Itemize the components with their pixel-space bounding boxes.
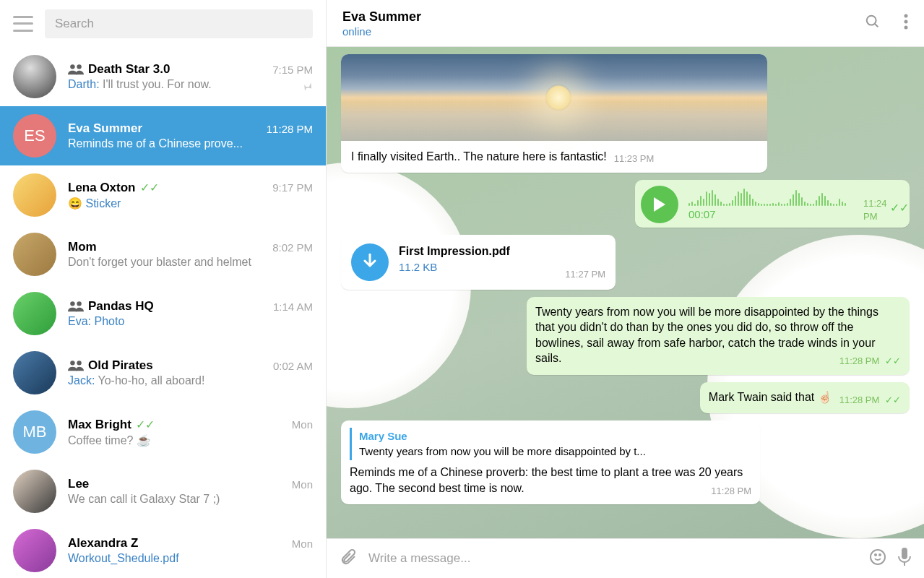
chat-preview: Coffee time? ☕ [68, 434, 313, 447]
svg-point-9 [904, 20, 908, 24]
message-photo[interactable]: I finally visited Earth.. The nature her… [341, 54, 767, 173]
chat-time: 8:02 PM [272, 241, 313, 254]
avatar: MB [13, 410, 56, 454]
chat-name: Lena Oxton [68, 181, 136, 195]
svg-point-2 [70, 301, 74, 306]
header-info[interactable]: Eva Summer online [342, 9, 865, 38]
chat-list-item[interactable]: Lena Oxton✓✓9:17 PM😄 Sticker [0, 165, 326, 225]
read-ticks-icon: ✓✓ [140, 181, 159, 194]
read-ticks-icon: ✓✓ [136, 418, 155, 431]
chat-name: Eva Summer [68, 121, 142, 136]
message-input[interactable] [368, 551, 858, 566]
waveform[interactable] [688, 186, 846, 206]
svg-line-7 [875, 24, 878, 27]
svg-point-8 [904, 14, 908, 18]
chat-name: Alexandra Z [68, 536, 138, 551]
search-icon[interactable] [865, 14, 881, 33]
message-time: 11:28 PM [711, 485, 751, 498]
download-icon[interactable] [351, 243, 389, 281]
conversation-panel: Eva Summer online I finally visited Eart… [327, 0, 924, 578]
more-options-icon[interactable] [904, 14, 908, 33]
chat-preview: Don't forget your blaster and helmet [68, 256, 313, 269]
message-time: 11:28 PM ✓✓ [839, 355, 901, 368]
menu-button[interactable] [13, 16, 33, 32]
svg-point-1 [77, 64, 81, 69]
svg-point-11 [871, 550, 885, 564]
avatar [13, 173, 56, 217]
attach-icon[interactable] [340, 548, 357, 569]
message-file[interactable]: First Impression.pdf 11.2 KB 11:27 PM [341, 235, 616, 290]
chat-preview: Eva: Photo [68, 315, 313, 328]
pin-icon [301, 80, 313, 95]
chat-list: Death Star 3.07:15 PMDarth: I'll trust y… [0, 47, 326, 578]
avatar [13, 292, 56, 335]
avatar [13, 55, 56, 98]
chat-name: Max Bright [68, 418, 131, 432]
avatar [13, 470, 56, 513]
message-text: I finally visited Earth.. The nature her… [351, 149, 607, 165]
chat-preview: Jack: Yo-ho-ho, all aboard! [68, 374, 313, 387]
chat-preview: Workout_Shedule.pdf [68, 552, 313, 565]
read-ticks-icon: ✓✓ [890, 200, 909, 216]
group-icon [68, 301, 84, 312]
chat-list-item[interactable]: LeeMonWe can call it Galaxy Star 7 ;) [0, 462, 326, 521]
chat-preview: 😄 Sticker [68, 197, 313, 210]
chat-list-item[interactable]: ESEva Summer11:28 PMReminds me of a Chin… [0, 106, 326, 165]
reply-author: Mary Sue [359, 429, 751, 444]
photo-attachment[interactable] [341, 54, 767, 141]
voice-record-icon[interactable] [898, 548, 911, 569]
sidebar-top [0, 0, 326, 47]
message-text: Twenty years from now you will be more d… [535, 306, 878, 365]
avatar: ES [13, 114, 56, 158]
chat-time: 7:15 PM [272, 64, 313, 76]
chat-name: Old Pirates [88, 358, 153, 373]
messages-area[interactable]: I finally visited Earth.. The nature her… [327, 47, 924, 538]
chat-name: Pandas HQ [88, 299, 154, 314]
message-time: 11:23 PM [614, 152, 655, 165]
chat-name: Death Star 3.0 [88, 62, 170, 77]
chat-list-item[interactable]: Mom8:02 PMDon't forget your blaster and … [0, 225, 326, 284]
group-icon [68, 360, 84, 371]
search-input[interactable] [45, 9, 313, 38]
reply-snippet: Twenty years from now you will be more d… [359, 444, 751, 459]
chat-name: Mom [68, 240, 97, 254]
chat-preview: Reminds me of a Chinese prove... [68, 137, 313, 150]
chat-time: 1:14 AM [273, 301, 313, 313]
chat-list-item[interactable]: MBMax Bright✓✓MonCoffee time? ☕ [0, 402, 326, 462]
svg-point-10 [904, 26, 908, 30]
chat-list-item[interactable]: Alexandra ZMonWorkout_Shedule.pdf [0, 521, 326, 578]
message-time: 11:28 PM ✓✓ [839, 394, 901, 407]
message-voice[interactable]: 00:07 11:24 PM ✓✓ [635, 180, 910, 228]
group-icon [68, 64, 84, 75]
compose-bar [327, 538, 924, 578]
file-size: 11.2 KB [399, 260, 548, 275]
chat-list-item[interactable]: Death Star 3.07:15 PMDarth: I'll trust y… [0, 47, 326, 106]
message-text-out[interactable]: Mark Twain said that ☝🏻 11:28 PM ✓✓ [700, 382, 910, 414]
emoji-icon[interactable] [869, 548, 886, 569]
avatar [13, 233, 56, 276]
chat-list-item[interactable]: Old Pirates0:02 AMJack: Yo-ho-ho, all ab… [0, 343, 326, 402]
read-ticks-icon: ✓✓ [882, 394, 901, 405]
read-ticks-icon: ✓✓ [882, 355, 901, 366]
message-reply[interactable]: Mary Sue Twenty years from now you will … [341, 420, 760, 504]
svg-point-0 [70, 64, 74, 69]
svg-point-12 [875, 554, 876, 556]
svg-point-13 [879, 554, 881, 556]
chat-list-item[interactable]: Pandas HQ1:14 AMEva: Photo [0, 284, 326, 343]
chat-time: 9:17 PM [272, 181, 313, 194]
svg-point-3 [77, 301, 81, 306]
chat-time: Mon [292, 418, 313, 431]
chat-preview: Darth: I'll trust you. For now. [68, 78, 313, 91]
play-button[interactable] [641, 186, 678, 223]
avatar [13, 351, 56, 394]
message-text-out[interactable]: Twenty years from now you will be more d… [527, 297, 910, 375]
message-text: Reminds me of a Chinese proverb: the bes… [350, 466, 743, 494]
sidebar: Death Star 3.07:15 PMDarth: I'll trust y… [0, 0, 327, 578]
reply-reference[interactable]: Mary Sue Twenty years from now you will … [350, 428, 751, 460]
chat-time: 11:28 PM [267, 123, 313, 135]
avatar [13, 529, 56, 572]
chat-name: Lee [68, 477, 89, 491]
header-name: Eva Summer [342, 9, 865, 25]
chat-header: Eva Summer online [327, 0, 924, 47]
message-time: 11:24 PM [863, 197, 887, 223]
